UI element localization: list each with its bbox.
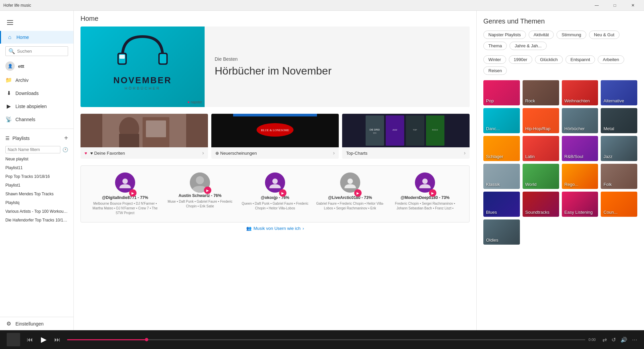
minimize-button[interactable]: —	[589, 0, 604, 11]
genre-card-alternative[interactable]: Alternative	[601, 80, 637, 105]
list-item[interactable]: Die Hafendorfer Top Tracks 10/18/16	[0, 216, 73, 225]
genre-tag-thema[interactable]: Thema	[483, 42, 507, 50]
user-4-play-button[interactable]: ▶	[354, 189, 362, 197]
genre-tag-1990er[interactable]: 1990er	[509, 55, 532, 64]
menu-hamburger-button[interactable]	[3, 16, 17, 29]
genre-tag-arbeiten[interactable]: Arbeiten	[598, 55, 624, 64]
genre-card-easy[interactable]: Easy Listening	[562, 192, 598, 217]
promo-card-new[interactable]: BLUE & LONESOME ⊕ Neuerscheinungen ›	[211, 114, 339, 159]
genre-tag-stimmung[interactable]: Stimmung	[556, 31, 586, 39]
napster-logo: ● napster	[187, 100, 202, 104]
player-shuffle-button[interactable]: ⇄	[602, 337, 607, 343]
genre-card-label-easy: Easy Listening	[565, 210, 593, 215]
add-playlist-button[interactable]: +	[64, 134, 68, 142]
genre-card-klassik[interactable]: Klassik	[483, 164, 520, 189]
list-item[interactable]: Various Artists - Top 100 Workout Songs	[0, 207, 73, 216]
genre-card-oldies[interactable]: Oldies	[483, 219, 520, 245]
more-users-text: Musik von Usern wie ich	[254, 226, 301, 231]
promo-card-favorites[interactable]: ♥ ♥ Deine Favoriten ›	[80, 114, 208, 159]
user-card-5[interactable]: ▶ @ModernDeep0180 - 73% Frederic Chopin …	[387, 172, 463, 211]
more-users-arrow: ›	[303, 226, 304, 231]
sidebar-item-user[interactable]: 👤 ettt	[0, 59, 73, 73]
genre-card-hoerbuch[interactable]: Hörbücher	[562, 108, 598, 133]
genre-card-rb[interactable]: R&B/Soul	[562, 136, 598, 161]
player-next-button[interactable]: ⏭	[54, 336, 60, 343]
user-2-play-button[interactable]: ▶	[204, 187, 211, 194]
sidebar-item-settings[interactable]: ⚙ Einstellungen	[0, 317, 73, 330]
genre-card-soundtracks[interactable]: Soundtracks	[523, 192, 559, 217]
genre-card-jazz[interactable]: Jazz	[601, 136, 637, 161]
svg-text:DIE DREI: DIE DREI	[370, 129, 380, 131]
genre-card-label-folk: Folk	[603, 182, 612, 187]
list-item[interactable]: Pop Top Tracks 10/18/16	[0, 172, 73, 181]
genre-card-blues[interactable]: Blues	[483, 192, 520, 217]
genre-tag-entspannt[interactable]: Entspannt	[566, 55, 595, 64]
user-card-4[interactable]: ▶ @LiveArctic0180 - 73% Gabriel Faure • …	[313, 172, 388, 211]
genre-tag-reisen[interactable]: Reisen	[483, 66, 507, 75]
user-card-1[interactable]: ▶ @DigitalIndie8771 - 77% Melbourne Boun…	[88, 172, 163, 215]
user-1-play-button[interactable]: ▶	[129, 189, 137, 197]
genre-card-world[interactable]: World	[523, 164, 559, 189]
filter-clock-icon[interactable]: 🕐	[62, 147, 68, 152]
genre-card-dance[interactable]: Danc...	[483, 108, 520, 133]
sidebar-item-play-list[interactable]: ▶ Liste abspielen	[0, 100, 73, 113]
playlists-list-icon: ☰	[5, 136, 10, 141]
svg-text:JAZZ: JAZZ	[392, 129, 397, 131]
list-item[interactable]: Playlstq	[0, 198, 73, 207]
genre-tag-neu[interactable]: Neu & Gut	[589, 31, 620, 39]
list-item[interactable]: Playlist1	[0, 181, 73, 190]
user-card-3[interactable]: ▶ @okoxjp - 76% Queen • Daft Punk • Gabr…	[237, 172, 313, 211]
more-users-link[interactable]: 👥 Musik von Usern wie ich ›	[80, 226, 470, 231]
genre-tag-winter[interactable]: Winter	[483, 55, 506, 64]
user-3-person-icon	[269, 177, 281, 188]
progress-track[interactable]	[67, 339, 585, 340]
genre-tag-jahre[interactable]: Jahre & Jah...	[509, 42, 546, 50]
user-3-play-button[interactable]: ▶	[279, 189, 286, 197]
featured-banner[interactable]: NOVEMBER HÖRBÜCHER ● napster Die Besten …	[80, 27, 470, 107]
genre-card-pop[interactable]: Pop	[483, 80, 520, 105]
genre-card-weihnachten[interactable]: Weihnachten	[562, 80, 598, 105]
sidebar-item-archive[interactable]: 📁 Archiv	[0, 73, 73, 87]
genre-card-country[interactable]: Coun...	[601, 192, 637, 217]
playlist-filter-input[interactable]	[5, 146, 60, 153]
genre-tag-napster[interactable]: Napster Playlists	[483, 31, 526, 39]
user-5-play-button[interactable]: ▶	[429, 189, 436, 197]
player-repeat-button[interactable]: ↺	[611, 337, 616, 343]
new-releases-label-bar: ⊕ Neuerscheinungen ›	[211, 147, 339, 159]
genre-card-label-alternative: Alternative	[603, 98, 624, 103]
genre-tag-glucklich[interactable]: Glücklich	[535, 55, 563, 64]
top-charts-label-bar: Top-Charts ›	[342, 147, 470, 159]
sidebar-item-home[interactable]: ⌂ Home	[0, 31, 73, 44]
player-more-button[interactable]: ⋯	[632, 337, 637, 343]
player-prev-button[interactable]: ⏮	[27, 336, 33, 343]
sidebar-item-channels-label: Channels	[15, 117, 35, 122]
user-avatar: 👤	[5, 61, 15, 71]
genres-title: Genres und Themen	[483, 17, 637, 25]
genre-card-rego[interactable]: Rego...	[562, 164, 598, 189]
svg-rect-3	[160, 54, 166, 63]
search-input[interactable]	[17, 49, 65, 54]
list-item[interactable]: Shawn Mendes Top Tracks	[0, 190, 73, 198]
heart-icon: ♥	[85, 151, 87, 156]
genre-card-label-rego: Rego...	[565, 182, 579, 187]
genre-card-metal[interactable]: Metal	[601, 108, 637, 133]
genre-tags-row-2: Winter 1990er Glücklich Entspannt Arbeit…	[483, 55, 637, 75]
user-card-2[interactable]: ▶ Austin Schwartz - 76% Muse • Daft Punk…	[163, 172, 238, 209]
genre-card-hiphop[interactable]: Hip-Hop/Rap	[523, 108, 559, 133]
search-icon: 🔍	[8, 48, 15, 54]
genre-tag-aktivitat[interactable]: Aktivität	[529, 31, 554, 39]
genre-card-schlager[interactable]: Schlager	[483, 136, 520, 161]
close-button[interactable]: ✕	[625, 0, 641, 11]
play-list-icon: ▶	[5, 103, 12, 109]
sidebar-item-downloads[interactable]: ⬇ Downloads	[0, 87, 73, 100]
genre-card-latin[interactable]: Latin	[523, 136, 559, 161]
content-scroll: NOVEMBER HÖRBÜCHER ● napster Die Besten …	[74, 27, 476, 238]
genre-card-folk[interactable]: Folk	[601, 164, 637, 189]
maximize-button[interactable]: □	[607, 0, 623, 11]
player-play-button[interactable]: ▶	[38, 334, 49, 345]
genre-card-rock[interactable]: Rock	[523, 80, 559, 105]
sidebar-item-channels[interactable]: 📡 Channels	[0, 113, 73, 126]
list-item[interactable]: Neue playlist	[0, 155, 73, 163]
list-item[interactable]: Playlist11	[0, 163, 73, 172]
promo-card-charts[interactable]: DIE DREI ??? JAZZ TOP ROCK Top-Charts ›	[342, 114, 470, 159]
